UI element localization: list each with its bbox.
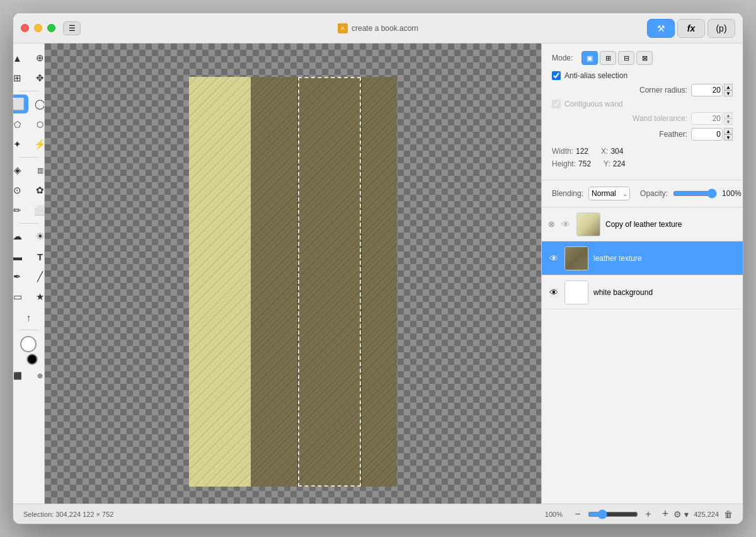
- delete-layer-button[interactable]: 🗑: [724, 509, 733, 519]
- y-value: 224: [613, 159, 626, 168]
- oval-shape-tool[interactable]: ▭: [13, 287, 28, 306]
- dimensions-row-2: Height: 752 Y: 224: [552, 159, 733, 168]
- titlebar: ☰ A create a book.acorn ⚒ fx (p): [13, 13, 743, 43]
- opacity-slider[interactable]: [673, 188, 717, 199]
- typography-panel-button[interactable]: (p): [707, 19, 735, 38]
- background-color[interactable]: [26, 354, 38, 365]
- layer-eye-leather[interactable]: 👁: [548, 253, 559, 263]
- sun-tool[interactable]: ☀: [30, 227, 45, 246]
- tool-group-arrow: ↑: [18, 308, 40, 326]
- eraser-tool[interactable]: ⬜: [30, 201, 45, 220]
- opacity-label: Opacity:: [640, 189, 668, 198]
- zoom-in-button[interactable]: +: [642, 508, 655, 521]
- corner-radius-row: Corner radius: 20 ▲ ▼: [552, 84, 733, 96]
- smudge-tool[interactable]: ✿: [30, 181, 45, 200]
- feather-down[interactable]: ▼: [724, 134, 733, 141]
- anti-alias-checkbox[interactable]: [552, 71, 561, 80]
- mode-replace-button[interactable]: ▣: [581, 51, 598, 65]
- layer-item-white-bg[interactable]: 👁 white background: [542, 275, 743, 309]
- height-item: Height: 752: [552, 159, 591, 168]
- wand-tolerance-label: Wand tolerance:: [605, 114, 687, 123]
- mode-add-button[interactable]: ⊞: [600, 51, 616, 65]
- magic-wand-tool[interactable]: ✦: [13, 135, 28, 154]
- coordinates-display: 425,224: [694, 511, 719, 518]
- corner-radius-input[interactable]: 20: [691, 84, 723, 96]
- zoom-tool-2[interactable]: ⊕: [30, 366, 45, 385]
- tool-group-shapes2: ▬ T: [13, 247, 45, 266]
- titlebar-toolbar: ⚒ fx (p): [647, 19, 735, 38]
- wand-tolerance-input[interactable]: 20: [691, 112, 723, 125]
- maximize-button[interactable]: [47, 24, 55, 32]
- blending-label: Blending:: [552, 189, 583, 198]
- close-button[interactable]: [21, 24, 29, 32]
- layer-eye-copy[interactable]: 👁: [560, 219, 571, 229]
- wand-tolerance-down[interactable]: ▼: [724, 118, 733, 125]
- minimize-button[interactable]: [34, 24, 42, 32]
- line-tool[interactable]: ╱: [30, 267, 45, 286]
- rect-shape-tool[interactable]: ▬: [13, 247, 28, 266]
- layer-mask-icon-copy: ⊗: [548, 219, 555, 229]
- arrow-tool[interactable]: ▲: [13, 49, 28, 67]
- zoom-slider[interactable]: [588, 509, 638, 519]
- pen-tool[interactable]: ✒: [13, 267, 28, 286]
- cloud-tool[interactable]: ☁: [13, 227, 28, 246]
- gear-button[interactable]: ⚙ ▾: [673, 509, 689, 519]
- contiguous-wand-row: Contiguous wand: [552, 100, 733, 108]
- gradient-tool[interactable]: ▥: [30, 161, 45, 180]
- arrow-shape-tool[interactable]: ↑: [18, 308, 40, 326]
- anti-alias-label[interactable]: Anti-alias selection: [564, 71, 627, 80]
- add-layer-button[interactable]: +: [662, 507, 669, 521]
- layers-panel-button[interactable]: ⚒: [647, 19, 675, 38]
- corner-radius-up[interactable]: ▲: [724, 84, 733, 90]
- rect-select-tool[interactable]: ⬜: [13, 95, 28, 113]
- status-bar: Selection: 304,224 122 × 752 100% − + + …: [13, 504, 743, 524]
- stamp-tool[interactable]: ⊙: [13, 181, 28, 200]
- width-item: Width: 122: [552, 147, 588, 156]
- brush-tool[interactable]: ✏: [13, 201, 28, 220]
- feather-label: Feather:: [605, 130, 687, 139]
- canvas-area[interactable]: [45, 43, 541, 504]
- feather-stepper: ▲ ▼: [724, 128, 733, 141]
- magic-lasso-tool[interactable]: ⚡: [30, 135, 45, 154]
- layer-item-copy-leather[interactable]: ⊗ 👁 Copy of leather texture: [542, 207, 743, 241]
- corner-radius-down[interactable]: ▼: [724, 90, 733, 96]
- y-item: Y: 224: [604, 159, 626, 168]
- swap-colors-button[interactable]: ⬛: [13, 366, 28, 385]
- sidebar-toggle-button[interactable]: ☰: [63, 21, 81, 35]
- x-label: X:: [601, 147, 608, 156]
- zoom-tool[interactable]: ⊕: [30, 49, 45, 67]
- wand-tolerance-up[interactable]: ▲: [724, 112, 733, 118]
- text-tool[interactable]: T: [30, 247, 45, 266]
- canvas-content: [189, 77, 397, 487]
- layer-name-copy: Copy of leather texture: [605, 220, 736, 229]
- layers-icon: ⚒: [657, 23, 665, 33]
- zoom-out-button[interactable]: −: [571, 508, 584, 521]
- tool-group-shapes3: ▭ ★: [13, 287, 45, 306]
- foreground-color[interactable]: [20, 336, 37, 352]
- blending-mode-select[interactable]: Normal Multiply Screen Overlay: [588, 187, 630, 200]
- x-item: X: 304: [601, 147, 623, 156]
- transform-tool[interactable]: ✥: [30, 69, 45, 88]
- dimensions-row: Width: 122 X: 304: [552, 147, 733, 156]
- polygon-lasso-tool[interactable]: ⬡: [30, 115, 45, 134]
- height-value: 752: [578, 159, 591, 168]
- titlebar-center: A create a book.acorn: [338, 23, 418, 33]
- ellipse-select-tool[interactable]: ◯: [30, 95, 45, 113]
- mode-intersect-button[interactable]: ⊠: [636, 51, 653, 65]
- lasso-tool[interactable]: ⬠: [13, 115, 28, 134]
- layer-name-leather: leather texture: [593, 254, 736, 263]
- contiguous-wand-checkbox[interactable]: [552, 100, 561, 108]
- anti-alias-row: Anti-alias selection: [552, 71, 733, 80]
- star-shape-tool[interactable]: ★: [30, 287, 45, 306]
- feather-input[interactable]: 0: [691, 128, 723, 141]
- crop-tool[interactable]: ⊞: [13, 69, 28, 88]
- mode-subtract-button[interactable]: ⊟: [618, 51, 634, 65]
- mode-add-icon: ⊞: [605, 54, 611, 62]
- feather-up[interactable]: ▲: [724, 128, 733, 134]
- fx-panel-button[interactable]: fx: [677, 19, 705, 38]
- layer-item-leather[interactable]: 👁 leather texture: [542, 241, 743, 275]
- layer-eye-white-bg[interactable]: 👁: [548, 287, 559, 297]
- tool-group-shapes1: ☁ ☀: [13, 227, 45, 246]
- tool-divider-1: [20, 91, 38, 91]
- paint-bucket-tool[interactable]: ◈: [13, 161, 28, 180]
